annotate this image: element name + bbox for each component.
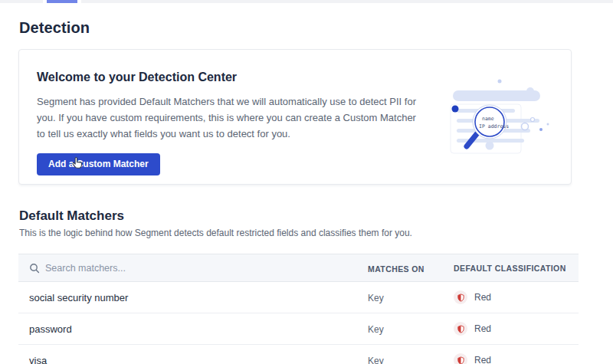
illustration-label-ip: IP address <box>479 123 509 130</box>
column-header-matches-on: MATCHES ON <box>368 264 425 274</box>
matcher-name: visa <box>29 355 47 364</box>
red-classification-shield-icon <box>454 290 467 304</box>
red-classification-shield-icon <box>454 322 467 336</box>
column-header-default-classification: DEFAULT CLASSIFICATION <box>454 264 566 273</box>
matchers-table: MATCHES ON DEFAULT CLASSIFICATION social… <box>18 254 579 364</box>
matcher-matches-on: Key <box>368 356 384 364</box>
red-classification-shield-icon <box>454 353 467 364</box>
default-matchers-subtitle: This is the logic behind how Segment det… <box>19 228 412 239</box>
matcher-matches-on: Key <box>368 293 384 303</box>
table-row[interactable]: social security number Key Red <box>18 282 579 313</box>
matchers-table-header: MATCHES ON DEFAULT CLASSIFICATION <box>18 254 579 282</box>
page-title: Detection <box>19 19 613 36</box>
search-icon <box>29 263 40 274</box>
classification-label: Red <box>474 292 491 303</box>
table-row[interactable]: password Key Red <box>18 313 579 345</box>
welcome-content: Welcome to your Detection Center Segment… <box>37 70 435 175</box>
matcher-matches-on: Key <box>368 324 384 335</box>
table-row[interactable]: visa Key Red <box>18 345 579 364</box>
welcome-card: Welcome to your Detection Center Segment… <box>18 49 572 185</box>
default-matchers-title: Default Matchers <box>19 208 124 224</box>
search-matchers-field[interactable] <box>29 263 368 274</box>
classification-label: Red <box>474 323 491 334</box>
illustration-label-name: name <box>482 116 494 122</box>
matcher-name: password <box>29 323 72 335</box>
search-matchers-input[interactable] <box>45 263 336 274</box>
welcome-body-text: Segment has provided Default Matchers th… <box>37 93 424 142</box>
detection-illustration-icon: name IP address <box>436 61 566 175</box>
welcome-title: Welcome to your Detection Center <box>37 70 435 84</box>
add-custom-matcher-button[interactable]: Add a Custom Matcher <box>37 153 160 175</box>
detection-page: Detection <box>0 3 613 36</box>
classification-label: Red <box>474 355 491 364</box>
matcher-name: social security number <box>29 292 128 303</box>
